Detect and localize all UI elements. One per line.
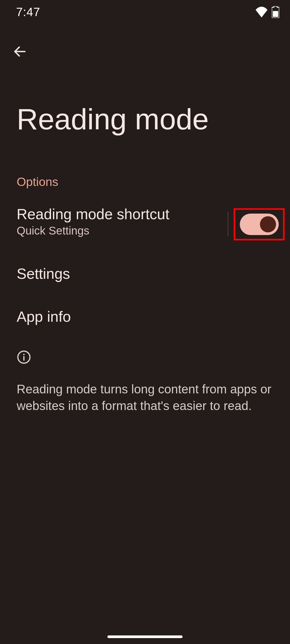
app-info-row[interactable]: App info	[17, 308, 279, 325]
wifi-icon	[255, 7, 268, 17]
description-text: Reading mode turns long content from app…	[17, 381, 274, 414]
status-time: 7:47	[16, 5, 40, 19]
arrow-left-icon	[12, 44, 27, 60]
row-divider	[228, 212, 228, 236]
section-header-options: Options	[17, 175, 58, 189]
svg-rect-0	[273, 11, 278, 17]
navigation-bar-pill[interactable]	[107, 635, 183, 638]
back-button[interactable]	[9, 41, 31, 63]
row-text: Reading mode shortcut Quick Settings	[17, 206, 169, 237]
svg-point-4	[23, 354, 24, 355]
status-bar: 7:47	[0, 0, 290, 24]
page-title: Reading mode	[17, 102, 209, 136]
info-icon	[17, 350, 31, 365]
row-title: Settings	[17, 265, 70, 282]
switch-track	[240, 214, 279, 235]
battery-icon	[272, 6, 279, 18]
status-icons	[255, 6, 279, 18]
row-subtitle: Quick Settings	[17, 224, 169, 237]
reading-mode-shortcut-switch[interactable]	[234, 208, 285, 240]
row-title: Reading mode shortcut	[17, 206, 169, 223]
row-title: App info	[17, 308, 71, 325]
settings-row[interactable]: Settings	[17, 265, 279, 282]
switch-thumb	[260, 216, 276, 232]
